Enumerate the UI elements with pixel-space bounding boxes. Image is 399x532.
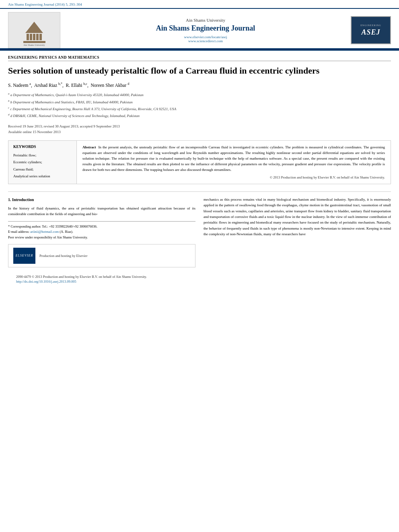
logo-col-1 — [27, 34, 29, 40]
keywords-title: KEYWORDS — [13, 145, 72, 149]
asej-main-label: ASEJ — [361, 28, 380, 37]
logo-col-5 — [39, 34, 42, 40]
issn-line: 2090-4479 © 2013 Production and hosting … — [16, 275, 383, 279]
author-ellahi: R. Ellahi b,c, — [66, 83, 90, 88]
elsevier-footer-box: ELSEVIER Production and hosting by Elsev… — [8, 244, 195, 267]
email-link[interactable]: ariinii@hotmail.com — [30, 230, 59, 234]
journal-link-bar: Ain Shams Engineering Journal (2014) 5, … — [0, 0, 399, 8]
footnote-email: E-mail address: ariinii@hotmail.com (A. … — [8, 229, 195, 235]
asej-top-text: ENGINEERING — [360, 24, 381, 27]
section-tag: ENGINEERING PHYSICS AND MATHEMATICS — [8, 55, 391, 61]
keyword-4: Analytical series solution — [13, 173, 72, 180]
abstract-column: Abstract In the present analysis, the un… — [77, 141, 391, 183]
asej-logo-right: ENGINEERING ASEJ — [351, 16, 391, 44]
footnote-area: * Corresponding author. Tel.: +92 333982… — [8, 221, 195, 240]
paper-title: Series solution of unsteady peristaltic … — [8, 65, 391, 77]
ain-shams-logo: Ain Shams University — [8, 12, 60, 48]
doi-link[interactable]: http://dx.doi.org/10.1016/j.asej.2013.09… — [16, 279, 76, 283]
intro-heading: 1. Introduction — [8, 197, 195, 203]
page-wrapper: Ain Shams Engineering Journal (2014) 5, … — [0, 0, 399, 532]
affiliation-c: c c Department of Mechanical Engineering… — [8, 106, 391, 112]
peer-review-note: Peer review under responsibility of Ain … — [8, 235, 195, 240]
body-column-left: 1. Introduction In the history of fluid … — [8, 197, 195, 268]
authors-line: S. Nadeem a, Arshad Riaz b,*, R. Ellahi … — [8, 82, 391, 88]
logo-base-shape — [23, 41, 45, 43]
keyword-3: Carreau fluid; — [13, 166, 72, 173]
keyword-1: Peristaltic flow; — [13, 152, 72, 159]
affiliation-a: a a Department of Mathematics, Quaid-i-A… — [8, 92, 391, 98]
header-section: Ain Shams University Ain Shams Universit… — [0, 8, 399, 49]
journal-urls: www.elsevier.com/locate/asej www.science… — [68, 35, 343, 43]
logo-columns-shape — [27, 34, 42, 40]
abstract-copyright: © 2013 Production and hosting by Elsevie… — [82, 175, 385, 179]
logo-col-2 — [30, 34, 32, 40]
affiliations: a a Department of Mathematics, Quaid-i-A… — [8, 92, 391, 119]
logo-col-4 — [36, 34, 39, 40]
elsevier-logo: ELSEVIER — [13, 248, 35, 264]
elsevier-logo-text: ELSEVIER — [16, 253, 33, 259]
header-center: Ain Shams University Ain Shams Engineeri… — [60, 14, 351, 47]
sciencedirect-url[interactable]: www.sciencedirect.com — [68, 39, 343, 43]
affiliation-d: d d DBS&H, CEME, National University of … — [8, 113, 391, 119]
author-nadeem: S. Nadeem a, — [8, 83, 33, 88]
logo-script-text: Ain Shams University — [23, 44, 45, 46]
keywords-column: KEYWORDS Peristaltic flow; Eccentric cyl… — [8, 141, 77, 183]
elsevier-url[interactable]: www.elsevier.com/locate/asej — [68, 35, 343, 39]
intro-left-text: In the history of fluid dynamics, the ar… — [8, 205, 195, 217]
author-riaz: Arshad Riaz b,*, — [34, 83, 65, 88]
available-date: Available online 15 November 2013 — [8, 129, 391, 135]
keywords-abstract-box: KEYWORDS Peristaltic flow; Eccentric cyl… — [8, 140, 391, 184]
elsevier-footer-text: Production and hosting by Elsevier — [39, 253, 87, 259]
affiliation-b: b b Department of Mathematics and Statis… — [8, 99, 391, 105]
email-person: (A. Riaz). — [60, 230, 73, 234]
keywords-list: Peristaltic flow; Eccentric cylinders; C… — [13, 152, 72, 179]
abstract-text: Abstract In the present analysis, the un… — [82, 145, 385, 173]
bottom-bar: 2090-4479 © 2013 Production and hosting … — [8, 271, 391, 285]
abstract-body: In the present analysis, the unsteady pe… — [82, 145, 385, 172]
article-body: 1. Introduction In the history of fluid … — [8, 197, 391, 268]
logo-col-3 — [33, 34, 35, 40]
abstract-label: Abstract — [82, 145, 96, 149]
university-name: Ain Shams University — [68, 18, 343, 23]
intro-right-text: mechanics as this process remains vital … — [204, 197, 391, 237]
journal-citation: Ain Shams Engineering Journal (2014) 5, … — [8, 2, 82, 6]
university-logo-left: Ain Shams University — [8, 12, 60, 48]
received-date: Received 19 June 2013; revised 30 August… — [8, 123, 391, 129]
dates-section: Received 19 June 2013; revised 30 August… — [8, 123, 391, 135]
body-column-right: mechanics as this process remains vital … — [204, 197, 391, 268]
section-divider — [8, 191, 391, 192]
main-content: ENGINEERING PHYSICS AND MATHEMATICS Seri… — [0, 51, 399, 285]
author-akbar: Noreen Sher Akbar d — [91, 83, 130, 88]
footnote-star: * Corresponding author. Tel.: +92 333982… — [8, 224, 195, 230]
logo-pyramid-shape — [25, 22, 43, 33]
keyword-2: Eccentric cylinders; — [13, 159, 72, 166]
doi-line: http://dx.doi.org/10.1016/j.asej.2013.09… — [16, 279, 383, 283]
email-label: E-mail address: — [8, 230, 29, 234]
journal-title: Ain Shams Engineering Journal — [68, 24, 343, 33]
